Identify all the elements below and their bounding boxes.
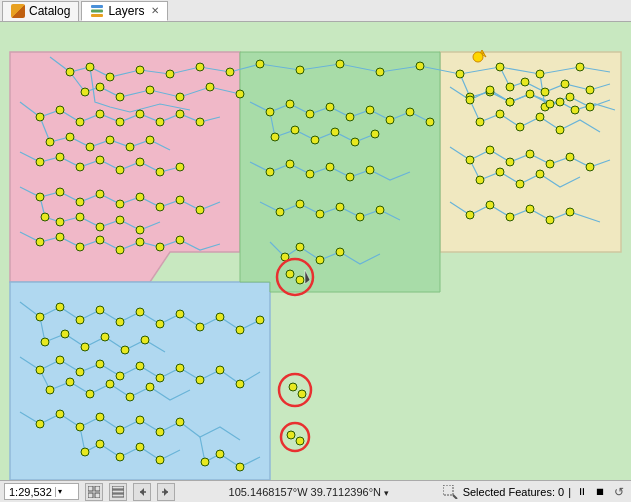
svg-point-168	[216, 450, 224, 458]
svg-point-80	[36, 238, 44, 246]
svg-point-100	[331, 128, 339, 136]
svg-point-181	[556, 126, 564, 134]
map-canvas[interactable]	[0, 22, 631, 480]
svg-point-157	[96, 413, 104, 421]
svg-point-112	[336, 203, 344, 211]
svg-point-98	[291, 126, 299, 134]
svg-rect-213	[88, 493, 93, 498]
svg-point-33	[541, 88, 549, 96]
coord-dropdown-arrow[interactable]: ▾	[384, 488, 389, 498]
svg-rect-217	[112, 494, 124, 497]
svg-point-61	[116, 166, 124, 174]
svg-point-103	[266, 168, 274, 176]
svg-point-159	[136, 416, 144, 424]
svg-point-81	[56, 233, 64, 241]
scale-dropdown-arrow[interactable]: ▾	[55, 487, 65, 497]
svg-point-110	[296, 200, 304, 208]
svg-point-116	[296, 243, 304, 251]
svg-point-156	[76, 423, 84, 431]
svg-point-130	[256, 316, 264, 324]
svg-point-120	[56, 303, 64, 311]
svg-point-104	[286, 160, 294, 168]
scale-value: 1:29,532	[9, 486, 52, 498]
svg-point-53	[86, 143, 94, 151]
svg-point-197	[546, 216, 554, 224]
svg-point-41	[571, 106, 579, 114]
svg-point-42	[36, 113, 44, 121]
svg-point-144	[176, 364, 184, 372]
svg-point-127	[196, 323, 204, 331]
svg-point-145	[196, 376, 204, 384]
scale-selector[interactable]: 1:29,532 ▾	[4, 483, 79, 500]
svg-point-102	[371, 130, 379, 138]
table-button[interactable]	[109, 483, 127, 501]
svg-point-184	[506, 158, 514, 166]
svg-rect-2	[91, 14, 103, 17]
svg-marker-223	[453, 495, 457, 499]
svg-point-152	[126, 393, 134, 401]
map-svg	[0, 22, 631, 480]
svg-point-67	[76, 198, 84, 206]
svg-point-9	[86, 63, 94, 71]
svg-point-161	[176, 418, 184, 426]
svg-point-176	[586, 103, 594, 111]
svg-point-204	[286, 270, 294, 278]
pause-button[interactable]: ⏸	[575, 485, 589, 499]
tab-layers[interactable]: Layers ✕	[81, 1, 168, 21]
coordinates: 105.1468157°W 39.7112396°N	[229, 486, 382, 498]
svg-rect-214	[95, 493, 100, 498]
svg-point-180	[536, 113, 544, 121]
svg-point-32	[521, 78, 529, 86]
svg-point-136	[141, 336, 149, 344]
svg-point-45	[96, 110, 104, 118]
layers-icon	[90, 4, 104, 18]
svg-point-46	[116, 118, 124, 126]
table-icon	[112, 486, 124, 498]
svg-point-85	[136, 238, 144, 246]
stop-button[interactable]: ⏹	[593, 485, 607, 499]
svg-point-126	[176, 310, 184, 318]
svg-point-153	[146, 383, 154, 391]
tab-close-button[interactable]: ✕	[151, 5, 159, 16]
svg-point-147	[236, 380, 244, 388]
svg-point-101	[351, 138, 359, 146]
svg-point-89	[286, 100, 294, 108]
grid-icon	[88, 486, 100, 498]
svg-point-49	[176, 110, 184, 118]
pipe-separator: |	[568, 486, 571, 498]
svg-point-24	[81, 88, 89, 96]
svg-point-207	[298, 390, 306, 398]
grid-view-button[interactable]	[85, 483, 103, 501]
svg-point-11	[136, 66, 144, 74]
svg-point-117	[316, 256, 324, 264]
svg-point-131	[41, 338, 49, 346]
svg-point-23	[576, 63, 584, 71]
svg-point-198	[566, 208, 574, 216]
svg-point-27	[146, 86, 154, 94]
svg-point-92	[346, 113, 354, 121]
svg-point-154	[36, 420, 44, 428]
svg-rect-222	[443, 485, 453, 495]
svg-point-179	[516, 123, 524, 131]
svg-point-62	[136, 158, 144, 166]
svg-point-196	[526, 205, 534, 213]
catalog-icon	[11, 4, 25, 18]
svg-point-75	[56, 218, 64, 226]
svg-point-174	[546, 100, 554, 108]
svg-point-177	[476, 118, 484, 126]
tab-catalog[interactable]: Catalog	[2, 1, 79, 21]
svg-point-113	[356, 213, 364, 221]
svg-point-52	[66, 133, 74, 141]
arrow-right-icon	[160, 486, 172, 498]
pan-left-button[interactable]	[133, 483, 151, 501]
svg-point-209	[296, 437, 304, 445]
svg-point-14	[226, 68, 234, 76]
svg-point-182	[466, 156, 474, 164]
refresh-button[interactable]: ↺	[611, 484, 627, 500]
svg-point-107	[346, 173, 354, 181]
pan-right-button[interactable]	[157, 483, 175, 501]
svg-point-118	[336, 248, 344, 256]
svg-point-44	[76, 118, 84, 126]
svg-point-12	[166, 70, 174, 78]
svg-point-35	[586, 86, 594, 94]
